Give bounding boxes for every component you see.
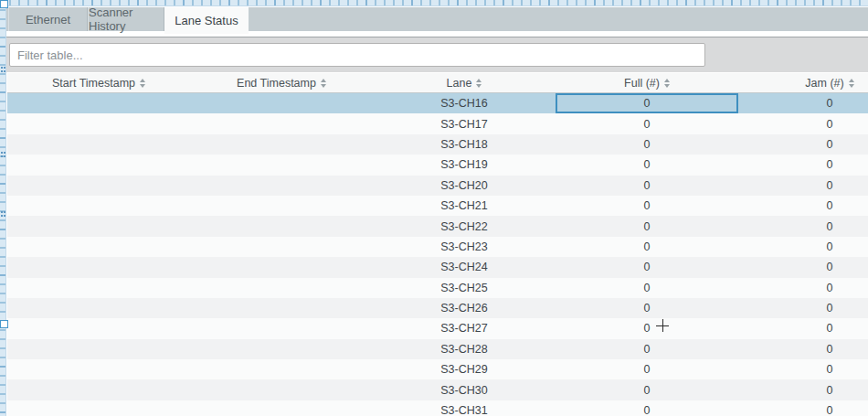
cell-full[interactable]: 0	[556, 134, 738, 155]
cell-full[interactable]: 0	[556, 359, 738, 379]
cell-lane: S3-CH31	[373, 400, 556, 416]
table-row[interactable]: S3-CH26 0 0	[7, 298, 868, 318]
table-header-row: Start Timestamp End Timestamp Lane Full …	[7, 73, 868, 93]
cell-jam: 0	[738, 400, 868, 416]
cell-lane: S3-CH21	[373, 196, 556, 216]
filter-table-input[interactable]	[9, 43, 705, 67]
cell-lane: S3-CH19	[373, 155, 556, 175]
sort-arrows-icon	[664, 79, 670, 88]
cell-start-timestamp	[7, 134, 190, 155]
cell-start-timestamp	[7, 400, 190, 416]
cell-start-timestamp	[7, 237, 190, 257]
column-header-full[interactable]: Full (#)	[556, 73, 738, 92]
cell-full[interactable]: 0	[556, 400, 738, 416]
cell-lane: S3-CH26	[373, 298, 556, 318]
table-row[interactable]: S3-CH25 0 0	[7, 278, 868, 298]
tab-scanner-history-label: Scanner History	[89, 5, 164, 33]
cell-jam: 0	[738, 257, 868, 277]
cell-lane: S3-CH20	[373, 176, 556, 196]
tab-bar: Ethernet Scanner History Lane Status	[6, 7, 868, 31]
cell-full[interactable]: 0	[556, 113, 738, 133]
cell-full[interactable]: 0	[556, 278, 738, 298]
table-row[interactable]: S3-CH22 0 0	[7, 216, 868, 236]
cell-jam: 0	[738, 359, 868, 379]
column-header-label: End Timestamp	[237, 77, 316, 90]
cell-end-timestamp	[190, 196, 373, 216]
cell-end-timestamp	[190, 134, 373, 155]
cell-end-timestamp	[190, 339, 373, 359]
cell-jam: 0	[738, 339, 868, 359]
cell-start-timestamp	[7, 216, 190, 236]
cell-jam: 0	[738, 134, 868, 155]
ruler-dot-marker	[1, 152, 5, 160]
cell-end-timestamp	[190, 155, 373, 175]
table-row[interactable]: S3-CH21 0 0	[7, 196, 868, 216]
cell-jam: 0	[738, 379, 868, 400]
cell-full[interactable]: 0	[556, 298, 738, 318]
tab-lane-status[interactable]: Lane Status	[164, 7, 249, 34]
cell-full[interactable]: 0	[556, 339, 738, 359]
table-row[interactable]: S3-CH18 0 0	[7, 134, 868, 155]
column-header-jam[interactable]: Jam (#)	[738, 73, 868, 92]
cell-lane: S3-CH29	[373, 359, 556, 379]
table-row[interactable]: S3-CH19 0 0	[7, 155, 868, 175]
resize-handle-middle-left[interactable]	[0, 320, 8, 328]
cell-jam: 0	[738, 196, 868, 216]
cell-end-timestamp	[190, 278, 373, 298]
cell-jam: 0	[738, 155, 868, 175]
cell-jam: 0	[738, 216, 868, 236]
resize-handle-top-left[interactable]	[0, 0, 8, 8]
table-row[interactable]: S3-CH31 0 0	[7, 400, 868, 416]
column-header-lane[interactable]: Lane	[373, 73, 556, 92]
cell-end-timestamp	[190, 318, 373, 338]
column-header-start-timestamp[interactable]: Start Timestamp	[7, 73, 190, 92]
table-row[interactable]: S3-CH20 0 0	[7, 176, 868, 196]
cell-jam: 0	[738, 318, 868, 338]
cell-lane: S3-CH24	[373, 257, 556, 277]
cell-start-timestamp	[7, 257, 190, 277]
selection-ruler-top	[0, 0, 868, 6]
cell-full[interactable]: 0	[556, 237, 738, 257]
table-row[interactable]: S3-CH28 0 0	[7, 339, 868, 359]
cell-start-timestamp	[7, 196, 190, 216]
column-header-label: Start Timestamp	[52, 77, 135, 90]
cell-lane: S3-CH27	[373, 318, 556, 338]
cell-full[interactable]: 0	[556, 93, 738, 113]
cell-start-timestamp	[7, 379, 190, 400]
cell-lane: S3-CH18	[373, 134, 556, 155]
column-header-label: Lane	[447, 77, 472, 90]
cell-lane: S3-CH30	[373, 379, 556, 400]
table-row[interactable]: S3-CH16 0 0	[7, 93, 868, 113]
cell-end-timestamp	[190, 359, 373, 379]
lane-status-panel: Ethernet Scanner History Lane Status Sta…	[0, 0, 868, 416]
cell-jam: 0	[738, 113, 868, 133]
cell-lane: S3-CH23	[373, 237, 556, 257]
table-body: S3-CH16 0 0 S3-CH17 0 0 S3-CH18 0 0 S3-C…	[7, 93, 868, 416]
cell-full[interactable]: 0	[556, 196, 738, 216]
cell-end-timestamp	[190, 93, 373, 113]
cell-lane: S3-CH17	[373, 113, 556, 133]
cell-start-timestamp	[7, 176, 190, 196]
cell-full[interactable]: 0	[556, 379, 738, 400]
ruler-dot-marker	[1, 67, 5, 75]
tab-scanner-history[interactable]: Scanner History	[88, 7, 164, 31]
tab-ethernet[interactable]: Ethernet	[8, 7, 88, 31]
cell-full[interactable]: 0	[556, 318, 738, 338]
cell-start-timestamp	[7, 113, 190, 133]
sort-arrows-icon	[849, 79, 854, 88]
table-row[interactable]: S3-CH17 0 0	[7, 113, 868, 133]
cell-full[interactable]: 0	[556, 257, 738, 277]
cell-jam: 0	[738, 298, 868, 318]
table-row[interactable]: S3-CH23 0 0	[7, 237, 868, 257]
table-row[interactable]: S3-CH30 0 0	[7, 379, 868, 400]
column-header-end-timestamp[interactable]: End Timestamp	[190, 73, 373, 92]
cell-full[interactable]: 0	[556, 155, 738, 175]
cell-jam: 0	[738, 278, 868, 298]
table-row[interactable]: S3-CH27 0 0	[7, 318, 868, 338]
tab-ethernet-label: Ethernet	[26, 13, 70, 27]
table-row[interactable]: S3-CH29 0 0	[7, 359, 868, 379]
cell-full[interactable]: 0	[556, 216, 738, 236]
cell-jam: 0	[738, 176, 868, 196]
cell-full[interactable]: 0	[556, 176, 738, 196]
table-row[interactable]: S3-CH24 0 0	[7, 257, 868, 277]
